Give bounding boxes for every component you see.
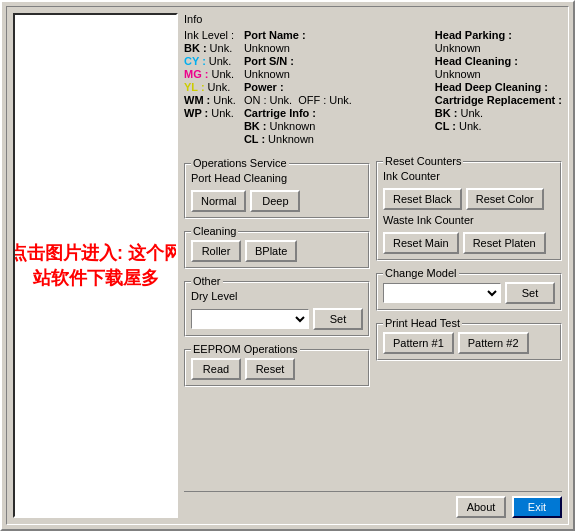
ops-left: Operations Service Port Head Cleaning No… xyxy=(184,153,370,487)
cartridge-bk-row: BK : Unknown xyxy=(244,120,427,132)
main-window: 点击图片进入: 这个网 站软件下载屋多 Info Ink Level : BK … xyxy=(0,0,575,531)
dry-level-select[interactable] xyxy=(191,309,309,329)
reset-platen-button[interactable]: Reset Platen xyxy=(463,232,546,254)
eeprom-group-wrap: EEPROM Operations Read Reset xyxy=(184,349,370,387)
replacement-bk-value: Unk. xyxy=(460,107,483,119)
reset-color-button[interactable]: Reset Color xyxy=(466,188,544,210)
ink-wm-key: WM : xyxy=(184,94,210,106)
roller-button[interactable]: Roller xyxy=(191,240,241,262)
ink-counter-label: Ink Counter xyxy=(383,170,555,182)
other-content: Dry Level Set xyxy=(191,290,363,330)
change-model-wrap: Change Model Set xyxy=(376,273,562,311)
other-title: Other xyxy=(191,275,223,287)
pattern2-button[interactable]: Pattern #2 xyxy=(458,332,529,354)
image-panel: 点击图片进入: 这个网 站软件下载屋多 xyxy=(13,13,178,518)
eeprom-content: Read Reset xyxy=(191,358,363,380)
power-off-value: Unk. xyxy=(329,94,352,106)
info-container: Ink Level : BK : Unk. CY : Unk. MG : U xyxy=(184,27,562,149)
power-values-row: ON : Unk. OFF : Unk. xyxy=(244,94,427,106)
reset-black-button[interactable]: Reset Black xyxy=(383,188,462,210)
dry-level-combo: Set xyxy=(191,308,363,330)
reset-main-button[interactable]: Reset Main xyxy=(383,232,459,254)
head-cleaning-value-row: Unknown xyxy=(435,68,562,80)
ink-mg-key: MG : xyxy=(184,68,208,80)
replacement-cl-row: CL : Unk. xyxy=(435,120,562,132)
bplate-button[interactable]: BPlate xyxy=(245,240,297,262)
print-head-test-content: Pattern #1 Pattern #2 xyxy=(383,332,555,354)
ink-yl-key: YL : xyxy=(184,81,205,93)
power-row: Power : xyxy=(244,81,427,93)
port-head-label: Port Head Cleaning xyxy=(191,172,363,184)
head-deep-row: Head Deep Cleaning : xyxy=(435,81,562,93)
bottom-bar: About Exit xyxy=(184,491,562,518)
waste-ink-label: Waste Ink Counter xyxy=(383,214,555,226)
cleaning-group: Cleaning Roller BPlate xyxy=(184,231,370,269)
ink-wp-value: Unk. xyxy=(211,107,234,119)
cartridge-cl-row: CL : Unknown xyxy=(244,133,427,145)
reset-counters-wrap: Reset Counters Ink Counter Reset Black R… xyxy=(376,161,562,261)
port-name-row: Port Name : xyxy=(244,29,427,41)
change-model-content: Set xyxy=(383,282,555,304)
port-head-group: Operations Service Port Head Cleaning No… xyxy=(184,163,370,219)
about-button[interactable]: About xyxy=(456,496,506,518)
ink-bk-value: Unk. xyxy=(210,42,233,54)
power-label: Power : xyxy=(244,81,284,93)
ink-level-header: Ink Level : xyxy=(184,29,236,41)
roller-bplate-row: Roller BPlate xyxy=(191,240,363,262)
cleaning-group-wrap: Cleaning Roller BPlate xyxy=(184,231,370,269)
pattern-buttons-row: Pattern #1 Pattern #2 xyxy=(383,332,555,354)
read-reset-row: Read Reset xyxy=(191,358,363,380)
ink-bk-key: BK : xyxy=(184,42,207,54)
change-model-set-button[interactable]: Set xyxy=(505,282,555,304)
ink-cy-key: CY : xyxy=(184,55,206,67)
head-parking-value-row: Unknown xyxy=(435,42,562,54)
operations-section: Operations Service Port Head Cleaning No… xyxy=(184,153,562,487)
print-head-test-group: Print Head Test Pattern #1 Pattern #2 xyxy=(376,323,562,361)
pattern1-button[interactable]: Pattern #1 xyxy=(383,332,454,354)
port-sn-value-row: Unknown xyxy=(244,68,427,80)
info-section: Info Ink Level : BK : Unk. CY : U xyxy=(184,13,562,149)
ink-yl-value: Unk. xyxy=(208,81,231,93)
head-info-col: Head Parking : Unknown Head Cleaning : U… xyxy=(435,29,562,145)
print-head-test-wrap: Print Head Test Pattern #1 Pattern #2 xyxy=(376,323,562,361)
operations-service-title: Operations Service xyxy=(191,157,289,169)
head-parking-label: Head Parking : xyxy=(435,29,512,41)
dry-level-label: Dry Level xyxy=(191,290,363,302)
change-model-combo: Set xyxy=(383,282,555,304)
port-head-content: Port Head Cleaning Normal Deep xyxy=(191,172,363,212)
cartridge-cl-key: CL : xyxy=(244,133,265,145)
deep-button[interactable]: Deep xyxy=(250,190,300,212)
watermark-line1: 点击图片进入: 这个网 xyxy=(13,240,178,265)
dry-level-set-button[interactable]: Set xyxy=(313,308,363,330)
cartridge-cl-value: Unknown xyxy=(268,133,314,145)
ink-wm-value: Unk. xyxy=(213,94,236,106)
ink-cy-row: CY : Unk. xyxy=(184,55,236,67)
ink-wm-row: WM : Unk. xyxy=(184,94,236,106)
replacement-cl-key: CL : xyxy=(435,120,456,132)
power-on-value: Unk. xyxy=(270,94,293,106)
eeprom-group: EEPROM Operations Read Reset xyxy=(184,349,370,387)
normal-deep-row: Normal Deep xyxy=(191,190,363,212)
reset-counters-content: Ink Counter Reset Black Reset Color Wast… xyxy=(383,170,555,254)
ink-level-col: Ink Level : BK : Unk. CY : Unk. MG : U xyxy=(184,29,236,145)
head-cleaning-row: Head Cleaning : xyxy=(435,55,562,67)
head-cleaning-label: Head Cleaning : xyxy=(435,55,518,67)
eeprom-reset-button[interactable]: Reset xyxy=(245,358,295,380)
normal-button[interactable]: Normal xyxy=(191,190,246,212)
ops-right: Reset Counters Ink Counter Reset Black R… xyxy=(376,153,562,487)
head-cleaning-value: Unknown xyxy=(435,68,481,80)
operations-service-group: Operations Service Port Head Cleaning No… xyxy=(184,161,370,219)
reset-counters-group: Reset Counters Ink Counter Reset Black R… xyxy=(376,161,562,261)
ink-mg-value: Unk. xyxy=(211,68,234,80)
watermark: 点击图片进入: 这个网 站软件下载屋多 xyxy=(13,240,178,290)
ink-wp-key: WP : xyxy=(184,107,208,119)
exit-button[interactable]: Exit xyxy=(512,496,562,518)
read-button[interactable]: Read xyxy=(191,358,241,380)
port-info-col: Port Name : Unknown Port S/N : Unknown P xyxy=(244,29,427,145)
right-panel: Info Ink Level : BK : Unk. CY : U xyxy=(184,13,562,518)
change-model-select[interactable] xyxy=(383,283,501,303)
head-parking-value: Unknown xyxy=(435,42,481,54)
reset-counters-title: Reset Counters xyxy=(383,155,463,167)
cleaning-content: Roller BPlate xyxy=(191,240,363,262)
replacement-bk-key: BK : xyxy=(435,107,458,119)
